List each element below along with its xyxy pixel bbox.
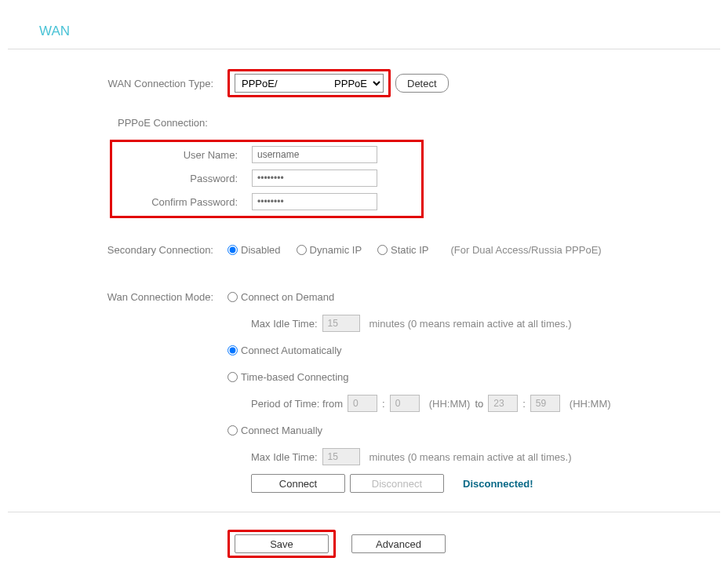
secondary-dynamic-radio-input[interactable]	[297, 245, 307, 255]
period-from-mm[interactable]	[390, 395, 420, 412]
save-button[interactable]: Save	[235, 534, 329, 553]
max-idle-input-1[interactable]	[322, 315, 360, 332]
hhmm-hint-1: (HH:MM)	[429, 398, 471, 410]
mode-time-text: Time-based Connecting	[241, 371, 349, 383]
period-to-mm[interactable]	[530, 395, 560, 412]
pppoe-section-heading: PPPoE Connection:	[47, 117, 282, 129]
secondary-note: (For Dual Access/Russia PPPoE)	[450, 244, 601, 256]
confirm-password-label: Confirm Password:	[112, 196, 252, 208]
secondary-connection-label: Secondary Connection:	[47, 244, 228, 256]
mode-on-demand-radio[interactable]: Connect on Demand	[228, 291, 334, 303]
connection-status: Disconnected!	[463, 478, 533, 490]
mode-time-radio-input[interactable]	[228, 372, 238, 382]
mode-auto-radio-input[interactable]	[228, 345, 238, 355]
page-title: WAN	[8, 16, 720, 49]
secondary-disabled-text: Disabled	[241, 244, 281, 256]
advanced-button[interactable]: Advanced	[351, 534, 446, 553]
pppoe-credentials-block: User Name: Password: Confirm Password:	[110, 140, 424, 218]
max-idle-label-2: Max Idle Time:	[251, 451, 318, 463]
secondary-static-radio[interactable]: Static IP	[377, 244, 428, 256]
hhmm-hint-2: (HH:MM)	[570, 398, 611, 410]
wan-connection-type-select[interactable]: PPPoE/ PPPoE	[235, 74, 384, 93]
mode-auto-radio[interactable]: Connect Automatically	[228, 344, 342, 356]
connect-button[interactable]: Connect	[251, 474, 345, 493]
mode-time-radio[interactable]: Time-based Connecting	[228, 371, 349, 383]
mode-auto-text: Connect Automatically	[241, 344, 342, 356]
disconnect-button[interactable]: Disconnect	[350, 474, 444, 493]
mode-manual-radio-input[interactable]	[228, 425, 238, 436]
mode-on-demand-text: Connect on Demand	[241, 291, 334, 303]
username-label: User Name:	[112, 149, 252, 161]
max-idle-input-2[interactable]	[322, 448, 360, 465]
mode-manual-radio[interactable]: Connect Manually	[228, 425, 322, 436]
max-idle-label-1: Max Idle Time:	[251, 318, 318, 330]
period-to-text: to	[475, 398, 483, 410]
secondary-dynamic-radio[interactable]: Dynamic IP	[297, 244, 362, 256]
password-field[interactable]	[252, 170, 377, 187]
max-idle-hint-2: minutes (0 means remain active at all ti…	[369, 451, 572, 463]
mode-on-demand-radio-input[interactable]	[228, 292, 238, 302]
secondary-static-radio-input[interactable]	[377, 245, 388, 255]
mode-manual-text: Connect Manually	[241, 425, 322, 436]
username-field[interactable]	[252, 146, 377, 163]
connection-mode-label: Wan Connection Mode:	[47, 291, 228, 303]
max-idle-hint-1: minutes (0 means remain active at all ti…	[369, 318, 572, 330]
period-to-hh[interactable]	[488, 395, 518, 412]
confirm-password-field[interactable]	[252, 193, 377, 210]
period-label: Period of Time: from	[251, 398, 343, 410]
wan-type-label: WAN Connection Type:	[47, 78, 228, 89]
period-from-hh[interactable]	[348, 395, 377, 412]
secondary-disabled-radio-input[interactable]	[228, 245, 238, 255]
secondary-dynamic-text: Dynamic IP	[310, 244, 362, 256]
secondary-disabled-radio[interactable]: Disabled	[228, 244, 281, 256]
detect-button[interactable]: Detect	[395, 74, 449, 93]
secondary-static-text: Static IP	[391, 244, 428, 256]
password-label: Password:	[112, 173, 252, 184]
